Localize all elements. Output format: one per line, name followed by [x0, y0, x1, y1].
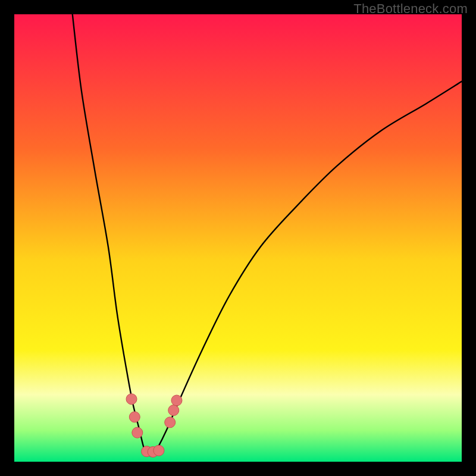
data-marker — [165, 417, 176, 428]
data-marker — [129, 412, 140, 422]
data-marker — [126, 394, 137, 405]
gradient-background — [14, 14, 462, 462]
data-marker — [132, 427, 143, 438]
watermark-text: TheBottleneck.com — [353, 1, 468, 17]
data-marker — [168, 405, 179, 416]
data-marker — [171, 395, 182, 406]
data-marker — [154, 445, 164, 456]
chart-canvas — [14, 14, 462, 462]
chart-frame — [14, 14, 462, 462]
